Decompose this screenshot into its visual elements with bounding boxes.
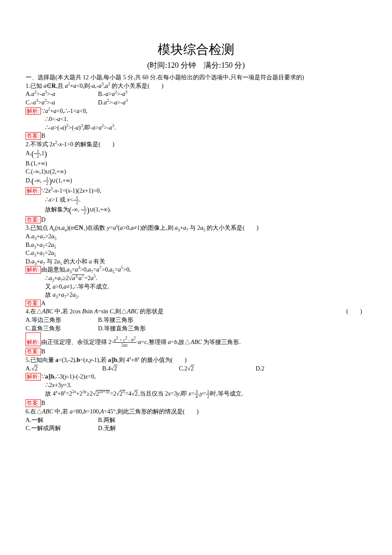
q3-analysis-4: 故 a3+a7>2a5. (26, 291, 366, 299)
q5-opt-d: D.2 (256, 364, 332, 373)
q1-analysis-3: ∴-a>(-a)2>(-a)3,即-a>a2>-a3. (26, 124, 366, 132)
q6-opt-c: C.一解或两解 (26, 424, 98, 433)
q3-opt-a: A.a3+a7>2a5 (26, 232, 366, 241)
q5-answer: 答案:B (26, 399, 366, 408)
q5-answer-value: B (41, 400, 45, 406)
q2-opt-a: A.(-12,1) (26, 149, 366, 159)
q4-answer-value: B (41, 348, 45, 355)
q4-opt-a: A.等边三角形 (26, 316, 98, 324)
q3-answer-value: A (41, 300, 46, 306)
q2-analysis-2: ∴x>1 或 x<-12. (26, 195, 366, 205)
q6-options-row1: A.一解 B.两解 (26, 416, 366, 425)
q5-options: A.2 B.42 C.22 D.2 (26, 364, 366, 373)
analysis-label: 解析: (26, 107, 41, 115)
q1-opt-d: D.a2>-a>-a3 (98, 98, 170, 107)
q2-opt-d: D.(-∞, -12)∪(1,+∞) (26, 176, 366, 187)
q2-analysis-3: 故解集为(-∞, -12)∪(1,+∞). (26, 205, 366, 216)
q1-opt-c: C.-a3>a2>-a (26, 98, 98, 107)
q3-answer: 答案:A (26, 299, 366, 308)
answer-label: 答案: (26, 300, 41, 307)
q1-stem: 1.已知 a∈R,且 a2+a<0,则-a,-a3,a2 的大小关系是( ) (26, 82, 366, 90)
q1-options-row2: C.-a3>a2>-a D.a2>-a>-a3 (26, 98, 366, 107)
q3-analysis-2: ∴a3+a7≥2a3·a7=2a5. (26, 274, 366, 283)
page-subtitle: (时间:120 分钟 满分:150 分) (26, 60, 366, 71)
q1-analysis-1: 解析:∵a2+a<0,∴-1<a<0, (26, 107, 366, 116)
answer-label: 答案: (26, 348, 41, 356)
q5-analysis-2: ∴2x+3y=3. (26, 381, 366, 390)
analysis-label: 解析: (26, 332, 41, 346)
q2-opt-b: B.(1,+∞) (26, 159, 366, 168)
q5-opt-a: A.2 (26, 364, 102, 373)
q2-opt-c: C.(-∞,1)∪(2,+∞) (26, 168, 366, 176)
answer-label: 答案: (26, 399, 41, 407)
q2-answer: 答案:D (26, 216, 366, 224)
q1-opt-b: B.-a>a2>-a3 (98, 90, 170, 98)
q4-options-row1: A.等边三角形 B.等腰三角形 (26, 316, 366, 324)
q4-analysis: 解析:由正弦定理、余弦定理得 2·a2 + c2 - b22ac·a=c,整理得… (26, 332, 366, 347)
answer-label: 答案: (26, 216, 41, 224)
q1-answer-value: B (41, 133, 45, 139)
q1-analysis-2: ∴0<-a<1. (26, 115, 366, 124)
q6-opt-d: D.无解 (98, 424, 170, 433)
section-header: 一、选择题(本大题共 12 小题,每小题 5 分,共 60 分.在每小题给出的四… (26, 73, 366, 82)
q2-answer-value: D (41, 217, 46, 223)
q3-opt-c: C.a3+a7=2a5 (26, 249, 366, 257)
q6-stem: 6.在△ABC 中,若 a=80,b=100,A=45°,则此三角形的解的情况是… (26, 408, 366, 416)
q4-options-row2: C.直角三角形 D.等腰直角三角形 (26, 324, 366, 333)
analysis-label: 解析: (26, 187, 41, 195)
q6-options-row2: C.一解或两解 D.无解 (26, 424, 366, 433)
q6-opt-b: B.两解 (98, 416, 170, 425)
q2-analysis-1: 解析:∵2x2-x-1=(x-1)(2x+1)>0, (26, 187, 366, 195)
q3-opt-d: D.a3+a7 与 2a5 的大小和 a 有关 (26, 257, 366, 266)
q5-analysis-1: 解析:∵a∥b,∴3(y-1)-(-2)x=0, (26, 373, 366, 381)
answer-label: 答案: (26, 132, 41, 140)
q1-options-row1: A.a2>-a3>-a B.-a>a2>-a3 (26, 90, 366, 98)
q3-analysis-3: 又 a>0,a≠1,∴等号不成立. (26, 283, 366, 291)
q4-opt-c: C.直角三角形 (26, 324, 98, 333)
q3-analysis-1: 解析:由题意知,a3=a3>0,a7=a7>0,a5=a5>0, (26, 266, 366, 274)
q3-opt-b: B.a3+a7<2a5 (26, 241, 366, 249)
page-title: 模块综合检测 (26, 40, 366, 58)
q5-opt-b: B.42 (102, 364, 179, 373)
q1-opt-a: A.a2>-a3>-a (26, 90, 98, 98)
q1-answer: 答案:B (26, 132, 366, 140)
q3-stem: 3.已知点 An(n,an)(n∈N+)在函数 y=ax(a>0,a≠1)的图像… (26, 224, 366, 232)
q4-opt-b: B.等腰三角形 (98, 316, 170, 324)
analysis-label: 解析: (26, 373, 41, 381)
q5-analysis-3: 故 4x+8y=22x+23y≥222x+3y=223=42,当且仅当 2x=3… (26, 389, 366, 399)
q5-opt-c: C.22 (179, 364, 256, 373)
q4-opt-d: D.等腰直角三角形 (98, 324, 170, 333)
q2-stem: 2.不等式 2x2-x-1>0 的解集是( ) (26, 140, 366, 149)
q6-opt-a: A.一解 (26, 416, 98, 425)
q4-answer: 答案:B (26, 347, 366, 356)
q4-stem: 4.在△ABC 中,若 2cos Bsin A=sin C,则△ABC 的形状是… (26, 307, 366, 316)
q5-stem: 5.已知向量 a=(3,-2),b=(x,y-1),若 a∥b,则 4x+8y … (26, 356, 366, 364)
analysis-label: 解析: (26, 266, 41, 274)
